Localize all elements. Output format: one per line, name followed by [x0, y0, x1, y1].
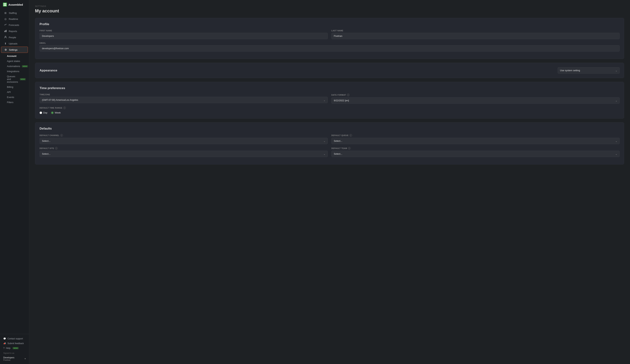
time-prefs-card: Time preferences TIMEZONE (GMT-07:00) Am…	[35, 82, 624, 119]
sidebar-footer: 💬 Contact support 📣 Submit feedback ? He…	[0, 334, 29, 364]
default-team-select[interactable]: Select...	[332, 151, 620, 157]
default-time-range-label: DEFAULT TIME RANGE i	[40, 107, 620, 109]
new-badge: NEW	[20, 78, 26, 80]
subnav-label: Integrations	[7, 70, 19, 73]
last-name-label: LAST NAME	[332, 30, 620, 32]
defaults-title: Defaults	[40, 127, 620, 130]
team-info-icon[interactable]: i	[348, 147, 350, 150]
forecasts-icon	[4, 23, 7, 26]
week-radio-option[interactable]: Week	[51, 111, 61, 114]
name-row: FIRST NAME LAST NAME	[40, 30, 620, 39]
logo[interactable]: Assembled	[0, 0, 29, 9]
default-channel-label: DEFAULT CHANNEL i	[40, 134, 328, 137]
sidebar-item-label: People	[9, 36, 16, 39]
date-format-info-icon[interactable]: i	[347, 94, 350, 96]
help-new-badge: NEW	[12, 347, 18, 349]
appearance-select[interactable]: Use system setting Light Dark	[558, 67, 620, 74]
subnav-label: Events	[7, 96, 14, 99]
contact-support-link[interactable]: 💬 Contact support	[2, 336, 28, 341]
appearance-card: Appearance Use system setting Light Dark	[35, 63, 624, 78]
subnav-label: Automations	[7, 65, 20, 68]
uploads-icon: ⬆	[4, 42, 7, 45]
default-team-group: DEFAULT TEAM i Select...	[332, 147, 620, 157]
day-radio-input[interactable]	[40, 111, 42, 114]
subnav-label: Account	[7, 55, 16, 57]
settings-icon: ⚙	[4, 48, 7, 51]
default-channel-select[interactable]: Select...	[40, 138, 328, 144]
default-site-select[interactable]: Select...	[40, 151, 328, 157]
subnav-integrations[interactable]: Integrations	[1, 69, 28, 74]
sidebar-item-staffing[interactable]: ⊞ Staffing	[1, 10, 28, 16]
subnav-filters[interactable]: Filters	[1, 100, 28, 105]
realtime-icon: ◎	[4, 17, 7, 20]
default-queue-group: DEFAULT QUEUE i Select...	[332, 134, 620, 144]
staffing-icon: ⊞	[4, 11, 7, 14]
date-format-select[interactable]: 9/22/2022 [en]	[332, 97, 620, 104]
submit-feedback-link[interactable]: 📣 Submit feedback	[2, 341, 28, 346]
timezone-group: TIMEZONE (GMT-07:00) America/Los Angeles	[40, 94, 328, 104]
main-content: SETTINGS My account Profile FIRST NAME L…	[29, 0, 630, 364]
sidebar-item-label: Uploads	[9, 42, 18, 45]
default-queue-select[interactable]: Select...	[332, 138, 620, 144]
day-radio-option[interactable]: Day	[40, 111, 48, 114]
breadcrumb: SETTINGS	[35, 5, 624, 7]
default-site-select-wrapper: Select...	[40, 151, 328, 157]
subnav-billing[interactable]: Billing	[1, 84, 28, 89]
day-radio-label: Day	[43, 111, 48, 114]
logo-text: Assembled	[8, 3, 23, 6]
sidebar-item-realtime[interactable]: ◎ Realtime	[1, 16, 28, 22]
sidebar: Assembled ⊞ Staffing ◎ Realtime Forecast…	[0, 0, 29, 364]
site-info-icon[interactable]: i	[55, 147, 58, 150]
submit-feedback-label: Submit feedback	[8, 342, 24, 345]
timezone-row: TIMEZONE (GMT-07:00) America/Los Angeles…	[40, 94, 620, 104]
sidebar-item-reports[interactable]: Reports	[1, 28, 28, 34]
contact-support-label: Contact support	[8, 338, 23, 340]
email-input[interactable]	[40, 45, 620, 51]
time-range-info-icon[interactable]: i	[63, 107, 66, 109]
sidebar-item-uploads[interactable]: ⬆ Uploads	[1, 41, 28, 46]
svg-rect-1	[5, 3, 6, 4]
feedback-icon: 📣	[3, 342, 6, 345]
default-site-group: DEFAULT SITE i Select...	[40, 147, 328, 157]
default-queue-select-wrapper: Select...	[332, 138, 620, 144]
sidebar-item-forecasts[interactable]: Forecasts	[1, 22, 28, 28]
people-icon	[4, 36, 7, 39]
channel-info-icon[interactable]: i	[60, 134, 63, 137]
help-link[interactable]: ? Help NEW	[2, 346, 28, 351]
subnav-automations[interactable]: Automations NEW	[1, 64, 28, 69]
svg-rect-4	[4, 31, 5, 32]
email-row: EMAIL	[40, 42, 620, 51]
svg-rect-3	[5, 5, 6, 6]
timezone-select[interactable]: (GMT-07:00) America/Los Angeles	[40, 97, 328, 103]
queue-info-icon[interactable]: i	[350, 134, 352, 137]
profile-title: Profile	[40, 22, 620, 26]
week-radio-label: Week	[55, 111, 61, 114]
appearance-row: Appearance Use system setting Light Dark	[40, 67, 620, 74]
timezone-label: TIMEZONE	[40, 94, 328, 96]
sidebar-item-people[interactable]: People	[1, 34, 28, 40]
user-info: Developers Fivetran	[3, 356, 14, 361]
first-name-group: FIRST NAME	[40, 30, 328, 39]
email-label: EMAIL	[40, 42, 620, 44]
email-group: EMAIL	[40, 42, 620, 51]
subnav-label: Filters	[7, 101, 13, 104]
week-radio-input[interactable]	[51, 111, 54, 114]
contact-support-icon: 💬	[3, 338, 6, 340]
subnav-events[interactable]: Events	[1, 95, 28, 100]
date-format-group: DATE FORMAT i 9/22/2022 [en]	[332, 94, 620, 104]
subnav-account[interactable]: Account	[1, 53, 28, 58]
subnav-agent-states[interactable]: Agent states	[1, 59, 28, 64]
defaults-row-1: DEFAULT CHANNEL i Select... DEFAULT QUEU…	[40, 134, 620, 144]
default-channel-select-wrapper: Select...	[40, 138, 328, 144]
subnav-api[interactable]: API	[1, 90, 28, 94]
sidebar-item-label: Settings	[9, 48, 18, 51]
defaults-row-2: DEFAULT SITE i Select... DEFAULT TEAM i …	[40, 147, 620, 157]
last-name-input[interactable]	[332, 33, 620, 39]
subnav-label: Billing	[7, 86, 13, 88]
first-name-input[interactable]	[40, 33, 328, 39]
subnav-queues[interactable]: Queues and exclusions NEW	[1, 74, 28, 84]
sidebar-item-settings[interactable]: ⚙ Settings	[1, 47, 28, 53]
signed-in-user[interactable]: Developers Fivetran ▾	[2, 356, 28, 362]
chevron-down-icon: ▾	[24, 358, 26, 360]
page-title: My account	[35, 8, 624, 13]
